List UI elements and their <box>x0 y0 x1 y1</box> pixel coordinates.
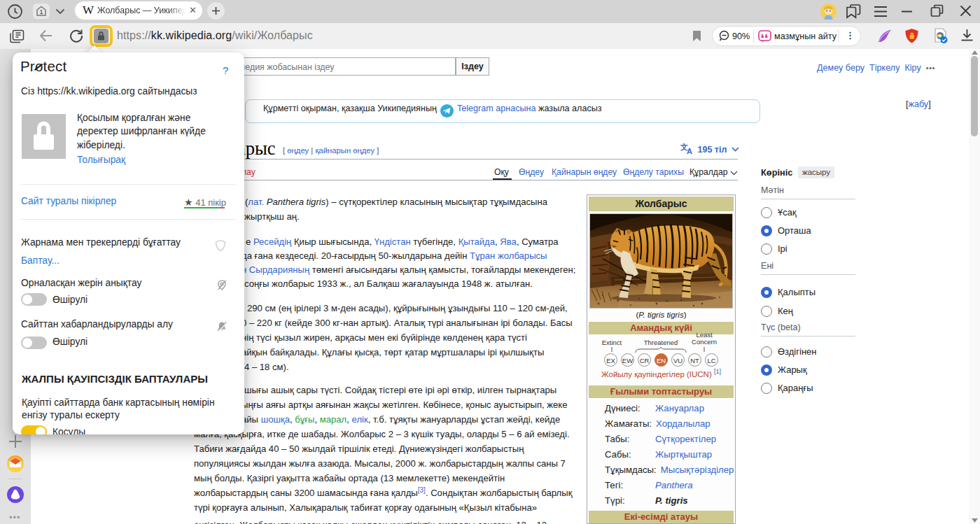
svg-text:1: 1 <box>39 8 43 15</box>
svg-text:A: A <box>687 147 692 155</box>
